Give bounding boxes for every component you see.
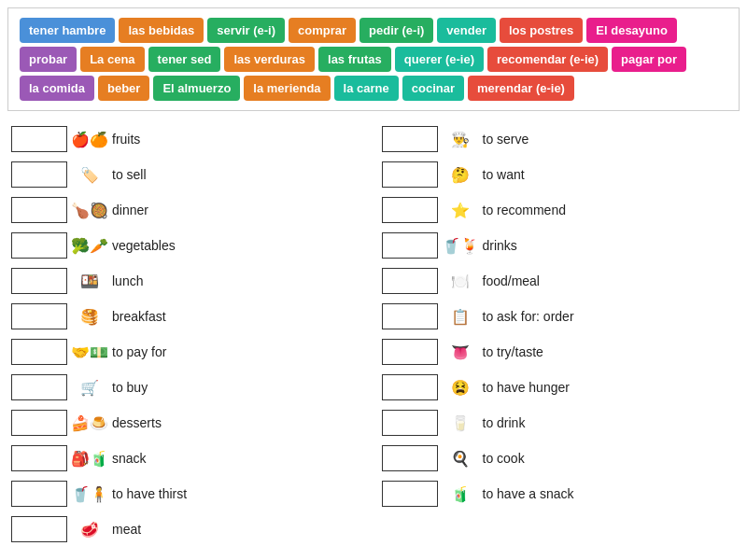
left-item-image-2: 🍗🥘 — [71, 196, 108, 224]
left-match-row-5: 🥞breakfast — [11, 300, 366, 333]
left-answer-box-9[interactable] — [11, 445, 67, 471]
left-match-row-1: 🏷️to sell — [11, 158, 366, 191]
right-item-image-6: 👅 — [442, 338, 479, 366]
left-answer-box-11[interactable] — [11, 516, 67, 542]
left-match-row-2: 🍗🥘dinner — [11, 193, 366, 227]
left-column: 🍎🍊fruits🏷️to sell🍗🥘dinner🥦🥕vegetables🍱lu… — [11, 122, 366, 546]
left-match-row-10: 🥤🧍to have thirst — [11, 477, 366, 511]
left-item-image-0: 🍎🍊 — [71, 125, 108, 153]
left-item-label-11: meat — [112, 522, 141, 537]
left-match-row-6: 🤝💵to pay for — [11, 335, 366, 369]
left-answer-box-8[interactable] — [11, 410, 67, 436]
left-item-label-2: dinner — [112, 203, 148, 217]
left-answer-box-4[interactable] — [11, 268, 67, 294]
tag-item-22[interactable]: merendar (e-ie) — [468, 76, 574, 101]
left-answer-box-1[interactable] — [11, 161, 67, 188]
left-match-row-8: 🍰🍮desserts — [11, 406, 366, 440]
right-match-row-1: 🤔to want — [382, 158, 737, 191]
left-answer-box-10[interactable] — [11, 481, 67, 507]
right-item-label-9: to cook — [483, 451, 525, 466]
left-answer-box-2[interactable] — [11, 197, 67, 223]
left-match-row-4: 🍱lunch — [11, 264, 366, 298]
right-item-image-5: 📋 — [442, 302, 479, 330]
left-item-label-10: to have thirst — [112, 486, 187, 501]
right-match-row-6: 👅to try/taste — [382, 335, 737, 369]
right-item-image-8: 🥛 — [442, 409, 479, 437]
right-match-row-9: 🍳to cook — [382, 441, 737, 475]
right-item-label-6: to try/taste — [483, 344, 543, 359]
tag-item-17[interactable]: beber — [98, 76, 149, 101]
left-item-label-6: to pay for — [112, 344, 166, 359]
right-answer-box-1[interactable] — [382, 161, 438, 188]
tag-item-5[interactable]: vender — [437, 18, 496, 43]
tag-item-6[interactable]: los postres — [500, 18, 583, 43]
tag-item-19[interactable]: la merienda — [244, 76, 330, 101]
right-answer-box-2[interactable] — [382, 197, 438, 223]
right-answer-box-9[interactable] — [382, 445, 438, 471]
left-match-row-3: 🥦🥕vegetables — [11, 229, 366, 262]
tag-item-21[interactable]: cocinar — [402, 76, 464, 101]
tag-item-3[interactable]: comprar — [289, 18, 356, 43]
tag-item-11[interactable]: las verduras — [224, 47, 315, 72]
right-answer-box-5[interactable] — [382, 303, 438, 329]
tag-item-9[interactable]: La cena — [80, 47, 144, 72]
left-answer-box-6[interactable] — [11, 339, 67, 365]
tag-item-15[interactable]: pagar por — [612, 47, 686, 72]
left-answer-box-5[interactable] — [11, 303, 67, 329]
tag-item-4[interactable]: pedir (e-i) — [359, 18, 433, 43]
tag-cloud: tener hambrelas bebidasservir (e-i)compr… — [7, 7, 740, 111]
right-answer-box-6[interactable] — [382, 339, 438, 365]
left-item-image-4: 🍱 — [71, 267, 108, 295]
tag-item-18[interactable]: El almuerzo — [153, 76, 240, 101]
left-answer-box-3[interactable] — [11, 232, 67, 259]
right-item-label-0: to serve — [483, 132, 529, 147]
left-item-label-5: breakfast — [112, 309, 166, 324]
left-item-label-7: to buy — [112, 380, 148, 395]
right-answer-box-7[interactable] — [382, 374, 438, 400]
left-item-image-3: 🥦🥕 — [71, 231, 108, 259]
right-item-image-10: 🧃 — [442, 480, 479, 508]
tag-item-7[interactable]: El desayuno — [586, 18, 677, 43]
left-match-row-11: 🥩meat — [11, 512, 366, 546]
right-column: 👨‍🍳to serve🤔to want⭐to recommend🥤🍹drinks… — [382, 122, 737, 546]
right-item-label-8: to drink — [483, 415, 526, 430]
right-answer-box-10[interactable] — [382, 481, 438, 507]
tag-item-20[interactable]: la carne — [334, 76, 399, 101]
tag-item-13[interactable]: querer (e-ie) — [395, 47, 484, 72]
tag-item-16[interactable]: la comida — [20, 76, 94, 101]
right-match-row-4: 🍽️food/meal — [382, 264, 737, 298]
right-answer-box-3[interactable] — [382, 232, 438, 259]
tag-item-10[interactable]: tener sed — [148, 47, 221, 72]
tag-item-2[interactable]: servir (e-i) — [207, 18, 285, 43]
left-item-image-10: 🥤🧍 — [71, 480, 108, 508]
left-item-image-11: 🥩 — [71, 515, 108, 543]
left-item-image-6: 🤝💵 — [71, 338, 108, 366]
right-match-row-2: ⭐to recommend — [382, 193, 737, 227]
left-item-image-5: 🥞 — [71, 302, 108, 330]
right-match-row-7: 😫to have hunger — [382, 371, 737, 404]
tag-item-0[interactable]: tener hambre — [20, 18, 115, 43]
right-match-row-0: 👨‍🍳to serve — [382, 122, 737, 156]
right-item-image-7: 😫 — [442, 373, 479, 401]
left-item-label-8: desserts — [112, 415, 162, 430]
left-item-label-1: to sell — [112, 167, 147, 182]
right-answer-box-8[interactable] — [382, 410, 438, 436]
tag-item-12[interactable]: las frutas — [318, 47, 391, 72]
right-item-image-9: 🍳 — [442, 444, 479, 472]
right-answer-box-4[interactable] — [382, 268, 438, 294]
right-item-label-4: food/meal — [483, 273, 540, 288]
right-item-image-0: 👨‍🍳 — [442, 125, 479, 153]
right-item-image-4: 🍽️ — [442, 267, 479, 295]
right-item-label-3: drinks — [483, 238, 517, 253]
left-item-label-3: vegetables — [112, 238, 176, 253]
tag-item-8[interactable]: probar — [20, 47, 77, 72]
right-item-image-1: 🤔 — [442, 161, 479, 189]
left-match-row-0: 🍎🍊fruits — [11, 122, 366, 156]
left-answer-box-0[interactable] — [11, 126, 67, 152]
left-answer-box-7[interactable] — [11, 374, 67, 400]
right-answer-box-0[interactable] — [382, 126, 438, 152]
right-item-image-2: ⭐ — [442, 196, 479, 224]
tag-item-14[interactable]: recomendar (e-ie) — [487, 47, 608, 72]
tag-item-1[interactable]: las bebidas — [119, 18, 204, 43]
left-match-row-7: 🛒to buy — [11, 371, 366, 404]
